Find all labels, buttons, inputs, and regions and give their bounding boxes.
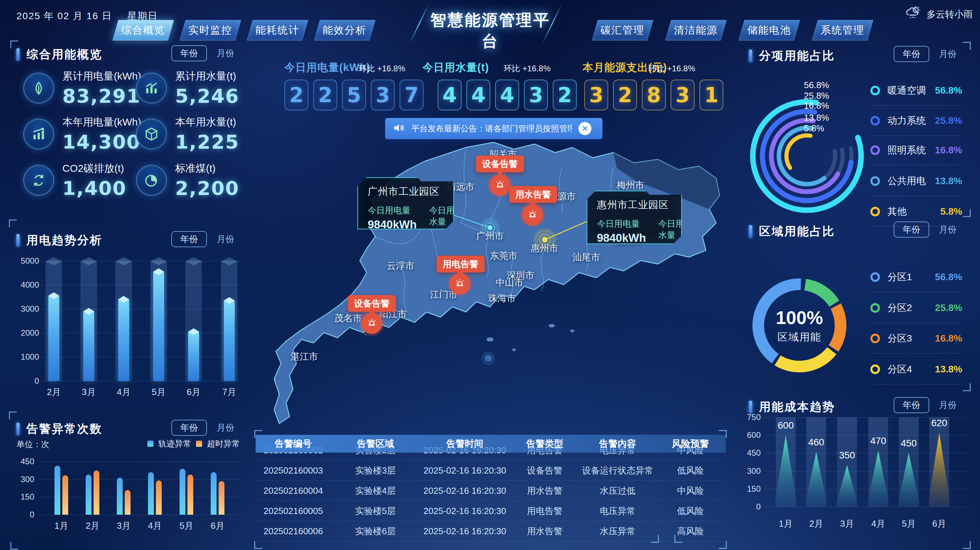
table-cell: 202502160004 [256,486,331,496]
stat-card: 标准煤(t)2,200 [136,161,239,199]
legend-item[interactable]: 其他5.8% [870,197,962,226]
x-tick: 6月 [932,518,946,530]
map-tooltip: 惠州市工业园区今日用电量9840kWh今日用水量7822t [587,191,682,244]
alert-badge[interactable]: 用水告警 [509,186,557,203]
year-toggle-button[interactable]: 年份 [171,45,207,61]
alert-badge[interactable]: 用电告警 [436,256,485,273]
alarm-bar [54,466,60,515]
announcement-text: 平台发布最新公告：请各部门管理员按照管理规定配 [411,123,572,134]
x-tick: 1月 [779,518,792,530]
alarm-bar [94,470,99,515]
cost-triangle [897,453,920,507]
legend-item[interactable]: 动力系统25.8% [870,106,962,136]
table-row[interactable]: 202502160006实验楼6层2025-02-16 16:20:30用水告警… [256,521,726,541]
gridline [38,515,240,515]
month-toggle-button[interactable]: 月份 [216,233,234,245]
legend-item[interactable]: 分区156.8% [870,262,962,292]
cost-triangle [774,435,797,507]
siren-icon[interactable] [522,204,543,226]
recycle-icon [23,165,54,196]
tab-能耗统计[interactable]: 能耗统计 [247,20,308,40]
table-cell: 2025-02-16 16:20:30 [420,506,509,517]
table-cell: 低风险 [655,465,726,477]
x-tick: 3月 [82,386,95,398]
gridline [42,333,240,333]
period-toggle: 年份月份 [894,46,957,62]
legend-item[interactable]: 分区316.8% [870,324,962,354]
huizhou-marker-dot [542,237,547,242]
corner-decoration [254,541,262,549]
donut-center-sub: 区域用能 [776,330,823,344]
map-tooltip: 广州市工业园区今日用电量9840kWh今日用水量7822t [357,177,454,230]
table-row[interactable]: 202502160003实验楼3层2025-02-16 16:20:30设备告警… [256,461,726,481]
stat-value: 14,300 [62,131,141,153]
nav-tabs-right: 碳汇管理清洁能源储能电池系统管理 [595,20,870,40]
table-row[interactable]: 202502160005实验楼5层2025-02-16 16:20:30用电告警… [256,501,726,521]
trend-bar [153,272,164,381]
stat-text: 标准煤(t)2,200 [175,161,239,199]
year-toggle-button[interactable]: 年份 [171,420,207,436]
month-toggle-button[interactable]: 月份 [216,422,234,434]
kpi-digit-group: 22537 [285,80,423,110]
siren-icon[interactable] [361,313,382,334]
legend-ring-icon [870,272,880,282]
legend-item[interactable]: 暖通空调56.8% [870,76,962,105]
map-city-label: 中山市 [496,276,523,289]
title-accent-bar [749,225,752,238]
alert-badge[interactable]: 设备告警 [476,156,524,172]
siren-icon[interactable] [449,273,471,295]
kpi-digit: 3 [371,80,395,110]
close-icon[interactable]: ✕ [578,122,592,135]
alert-badge[interactable]: 设备告警 [348,295,396,312]
legend-item[interactable]: 分区225.8% [870,293,962,323]
month-toggle-button[interactable]: 月份 [939,399,957,411]
tab-综合概览[interactable]: 综合概览 [112,20,174,40]
year-toggle-button[interactable]: 年份 [894,397,929,413]
panel-title-text: 区域用能占比 [759,223,835,239]
table-cell: 设备运行状态异常 [580,465,655,477]
stat-text: 本年用水量(t)1,225 [175,115,239,153]
legend-label[interactable]: 超时异常 [207,438,240,449]
corner-decoration [963,209,971,217]
tab-能效分析[interactable]: 能效分析 [314,20,375,40]
y-tick: 450 [21,457,34,466]
cost-triangle [805,452,828,507]
corner-decoration [9,411,17,419]
tab-系统管理[interactable]: 系统管理 [812,20,873,40]
table-cell: 2025-02-16 16:20:30 [420,526,509,537]
kpi-digit: 3 [584,80,608,110]
tab-储能电池[interactable]: 储能电池 [738,20,800,40]
legend-pct: 5.8% [940,206,962,217]
map-city-label: 梅州市 [617,179,644,191]
tab-清洁能源[interactable]: 清洁能源 [665,20,726,40]
month-toggle-button[interactable]: 月份 [939,48,957,60]
legend-label[interactable]: 轨迹异常 [158,438,191,449]
year-toggle-button[interactable]: 年份 [171,231,207,247]
alarm-bar [156,480,162,515]
title-accent-bar [16,423,19,435]
table-row[interactable]: 202502160004实验楼4层2025-02-16 16:20:30用水告警… [256,481,726,501]
leaf-icon [23,73,54,104]
guangzhou-marker-dot [488,225,492,230]
kpi-digit-group: 44432 [438,80,577,110]
siren-icon[interactable] [489,175,511,196]
legend-item[interactable]: 公共用电13.8% [870,166,962,196]
x-tick: 5月 [180,520,193,532]
stat-label: 本年用水量(t) [175,115,239,129]
legend-item[interactable]: 分区413.8% [870,355,962,384]
tab-label: 储能电池 [747,23,791,37]
stat-text: 累计用电量(kWh)83,291 [62,69,141,107]
tab-实时监控[interactable]: 实时监控 [180,20,241,40]
alarm-bar [125,490,130,515]
kpi-digit: 2 [313,80,337,110]
alarm-bar [219,481,224,515]
x-tick: 6月 [187,386,200,398]
corner-decoration [963,541,971,549]
year-toggle-button[interactable]: 年份 [894,46,929,62]
gridline [42,381,240,381]
legend-item[interactable]: 照明系统16.8% [870,136,962,165]
month-toggle-button[interactable]: 月份 [216,47,234,59]
table-cell: 202502160003 [256,465,331,476]
tab-碳汇管理[interactable]: 碳汇管理 [592,20,653,40]
stat-value: 1,225 [175,131,239,153]
